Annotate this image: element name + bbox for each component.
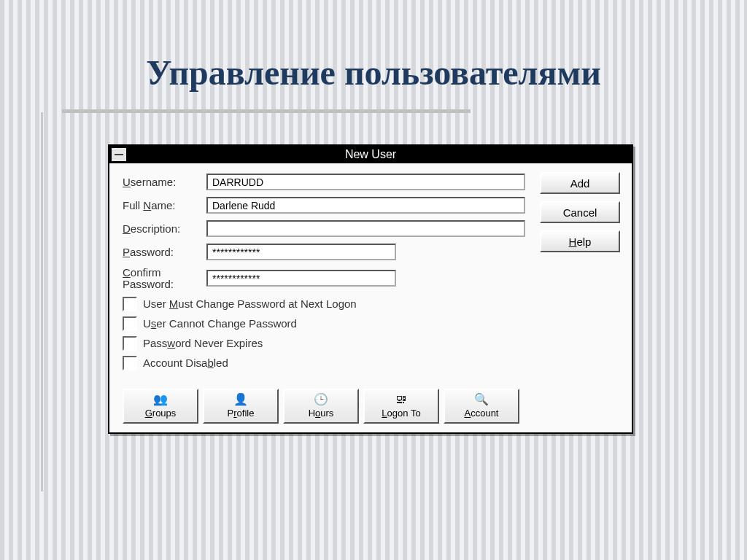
label-description: Description: <box>123 222 206 235</box>
slide-title: Управление пользователями <box>0 52 747 93</box>
label-fullname: Full Name: <box>123 199 206 211</box>
cancel-button[interactable]: Cancel <box>540 201 620 223</box>
dialog-title: New User <box>345 148 396 160</box>
label-username: Username: <box>123 176 206 188</box>
checkbox-group: User Must Change Password at Next Logon … <box>123 297 525 370</box>
profile-icon: 👤 <box>233 394 248 405</box>
account-button[interactable]: 🔍 Account <box>444 389 519 424</box>
input-fullname[interactable] <box>206 197 525 214</box>
dialog-body: Username: Full Name: Description: Passwo… <box>109 163 632 383</box>
check-account-disabled[interactable]: Account Disabled <box>123 356 525 370</box>
profile-button[interactable]: 👤 Profile <box>203 389 279 424</box>
new-user-dialog: New User Username: Full Name: Descriptio… <box>108 144 633 434</box>
help-button[interactable]: Help <box>540 230 620 252</box>
decorative-vertical-line <box>41 112 43 491</box>
checkbox-icon <box>123 297 137 311</box>
bottom-toolbar: 👥 Groups 👤 Profile 🕒 Hours 🖳 Logon To 🔍 … <box>109 383 632 432</box>
title-underline <box>62 109 471 113</box>
row-password: Password: <box>123 244 525 260</box>
slide-background: Управление пользователями New User Usern… <box>0 0 747 560</box>
checkbox-icon <box>123 336 137 351</box>
row-username: Username: <box>123 174 525 190</box>
add-button[interactable]: Add <box>540 172 620 194</box>
input-confirm-password[interactable] <box>206 270 396 287</box>
check-must-change[interactable]: User Must Change Password at Next Logon <box>123 297 525 311</box>
check-never-expires[interactable]: Password Never Expires <box>123 336 525 351</box>
logon-to-icon: 🖳 <box>395 394 407 405</box>
input-description[interactable] <box>206 220 525 237</box>
form-column: Username: Full Name: Description: Passwo… <box>123 174 525 376</box>
label-password: Password: <box>123 246 206 258</box>
logon-to-button[interactable]: 🖳 Logon To <box>363 389 439 424</box>
groups-icon: 👥 <box>153 394 168 405</box>
hours-button[interactable]: 🕒 Hours <box>283 389 359 424</box>
system-menu-icon[interactable] <box>111 147 127 162</box>
row-fullname: Full Name: <box>123 197 525 214</box>
input-username[interactable] <box>206 174 525 190</box>
input-password[interactable] <box>206 244 396 260</box>
label-confirm-password: ConfirmPassword: <box>123 267 206 290</box>
check-cannot-change[interactable]: User Cannot Change Password <box>123 316 525 331</box>
row-description: Description: <box>123 220 525 237</box>
checkbox-icon <box>123 316 137 331</box>
row-confirm-password: ConfirmPassword: <box>123 267 525 290</box>
account-icon: 🔍 <box>474 394 489 405</box>
dialog-titlebar: New User <box>109 146 632 163</box>
clock-icon: 🕒 <box>314 394 328 405</box>
groups-button[interactable]: 👥 Groups <box>123 389 198 424</box>
button-column: Add Cancel Help <box>540 172 620 376</box>
checkbox-icon <box>123 356 137 370</box>
